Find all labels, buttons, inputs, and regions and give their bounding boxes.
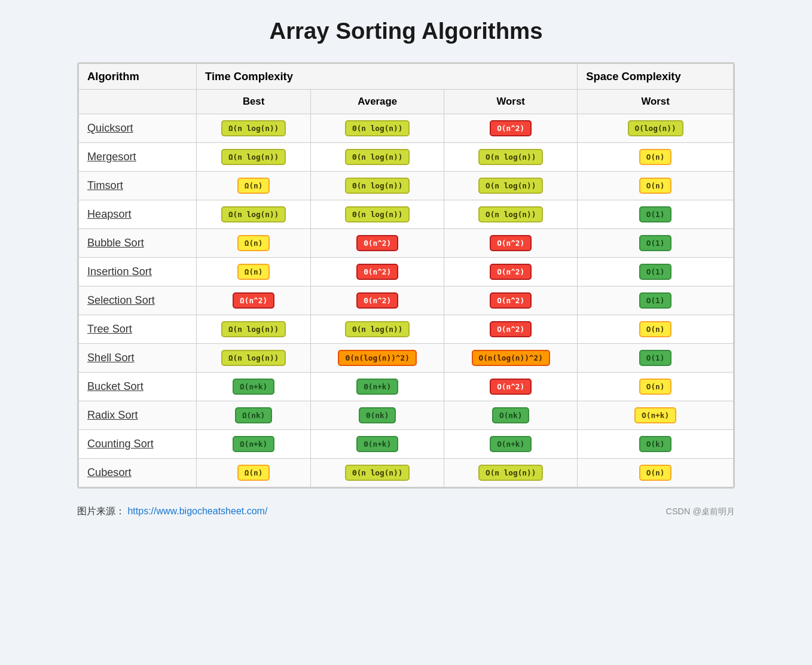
source-label: 图片来源： — [77, 506, 125, 516]
table-row: Selection SortΩ(n^2)Θ(n^2)O(n^2)O(1) — [79, 286, 734, 315]
algo-best-cell: Ω(n log(n)) — [197, 200, 311, 229]
algo-worst_time-cell: O(n^2) — [444, 315, 578, 344]
badge-worst_time: O(n log(n)) — [478, 206, 543, 222]
algo-worst_time-cell: O(n(log(n))^2) — [444, 344, 578, 373]
badge-worst_time: O(n log(n)) — [478, 149, 543, 165]
badge-average: Θ(n^2) — [356, 264, 398, 280]
algo-name[interactable]: Mergesort — [87, 151, 136, 163]
sorting-table: Algorithm Time Complexity Space Complexi… — [78, 63, 734, 487]
badge-average: Θ(n log(n)) — [345, 120, 410, 136]
algo-worst_space-cell: O(1) — [578, 229, 734, 258]
badge-average: Θ(n log(n)) — [345, 178, 410, 194]
badge-worst_space: O(n) — [639, 149, 672, 165]
algo-name[interactable]: Selection Sort — [87, 294, 155, 306]
badge-worst_space: O(n) — [639, 178, 672, 194]
algo-average-cell: Θ(n log(n)) — [311, 315, 444, 344]
algo-name[interactable]: Shell Sort — [87, 352, 135, 364]
source-info: 图片来源： https://www.bigocheatsheet.com/ — [77, 505, 267, 518]
badge-best: Ω(n log(n)) — [221, 350, 286, 366]
algo-name[interactable]: Counting Sort — [87, 438, 154, 450]
algo-best-cell: Ω(n log(n)) — [197, 143, 311, 172]
algo-name[interactable]: Heapsort — [87, 208, 132, 220]
col-header-algorithm: Algorithm — [79, 64, 197, 90]
badge-average: Θ(nk) — [359, 407, 396, 423]
badge-worst_space: O(n) — [639, 465, 672, 481]
algo-worst_time-cell: O(n log(n)) — [444, 172, 578, 200]
badge-worst_space: O(1) — [639, 206, 672, 222]
algo-worst_space-cell: O(1) — [578, 200, 734, 229]
algo-average-cell: Θ(n log(n)) — [311, 143, 444, 172]
algo-average-cell: Θ(nk) — [311, 401, 444, 430]
badge-worst_time: O(n log(n)) — [478, 465, 543, 481]
badge-best: Ω(nk) — [235, 407, 272, 423]
badge-average: Θ(n+k) — [356, 436, 398, 452]
table-row: Bubble SortΩ(n)Θ(n^2)O(n^2)O(1) — [79, 229, 734, 258]
table-row: Tree SortΩ(n log(n))Θ(n log(n))O(n^2)O(n… — [79, 315, 734, 344]
badge-worst_space: O(1) — [639, 264, 672, 280]
table-row: Shell SortΩ(n log(n))Θ(n(log(n))^2)O(n(l… — [79, 344, 734, 373]
badge-worst_time: O(nk) — [492, 407, 529, 423]
badge-average: Θ(n log(n)) — [345, 321, 410, 337]
algo-name[interactable]: Tree Sort — [87, 323, 132, 335]
badge-average: Θ(n^2) — [356, 235, 398, 251]
badge-worst_time: O(n^2) — [490, 379, 532, 395]
algo-average-cell: Θ(n log(n)) — [311, 459, 444, 487]
badge-best: Ω(n+k) — [233, 436, 274, 452]
algo-worst_time-cell: O(n^2) — [444, 229, 578, 258]
sorting-table-container: Algorithm Time Complexity Space Complexi… — [77, 62, 735, 489]
algo-best-cell: Ω(n log(n)) — [197, 114, 311, 143]
col-header-space: Space Complexity — [578, 64, 734, 90]
algo-best-cell: Ω(n log(n)) — [197, 344, 311, 373]
badge-best: Ω(n log(n)) — [221, 321, 286, 337]
page-title: Array Sorting Algorithms — [18, 18, 794, 44]
algo-name[interactable]: Insertion Sort — [87, 266, 152, 277]
csdn-credit: CSDN @桌前明月 — [666, 506, 735, 517]
table-row: CubesortΩ(n)Θ(n log(n))O(n log(n))O(n) — [79, 459, 734, 487]
algo-best-cell: Ω(n^2) — [197, 286, 311, 315]
algo-worst_time-cell: O(n^2) — [444, 258, 578, 286]
algo-best-cell: Ω(n+k) — [197, 430, 311, 459]
algo-average-cell: Θ(n^2) — [311, 286, 444, 315]
badge-best: Ω(n) — [237, 235, 270, 251]
badge-worst_space: O(n+k) — [634, 407, 676, 423]
algo-best-cell: Ω(n+k) — [197, 373, 311, 401]
badge-worst_time: O(n^2) — [490, 292, 532, 309]
badge-worst_space: O(n) — [639, 379, 672, 395]
algo-name[interactable]: Quicksort — [87, 122, 133, 134]
table-row: TimsortΩ(n)Θ(n log(n))O(n log(n))O(n) — [79, 172, 734, 200]
source-link[interactable]: https://www.bigocheatsheet.com/ — [127, 506, 267, 516]
algo-name-cell: Selection Sort — [79, 286, 197, 315]
algo-worst_time-cell: O(n^2) — [444, 373, 578, 401]
algo-worst_time-cell: O(n log(n)) — [444, 200, 578, 229]
algo-name[interactable]: Timsort — [87, 179, 123, 191]
badge-average: Θ(n^2) — [356, 292, 398, 309]
badge-worst_time: O(n^2) — [490, 120, 532, 136]
algo-name-cell: Quicksort — [79, 114, 197, 143]
algo-name[interactable]: Bucket Sort — [87, 380, 144, 392]
sub-header-algo — [79, 90, 197, 114]
algorithm-rows: QuicksortΩ(n log(n))Θ(n log(n))O(n^2)O(l… — [79, 114, 734, 487]
badge-worst_time: O(n^2) — [490, 264, 532, 280]
algo-average-cell: Θ(n log(n)) — [311, 114, 444, 143]
algo-average-cell: Θ(n+k) — [311, 373, 444, 401]
algo-name[interactable]: Cubesort — [87, 466, 132, 478]
badge-average: Θ(n log(n)) — [345, 149, 410, 165]
badge-best: Ω(n log(n)) — [221, 149, 286, 165]
badge-worst_space: O(n) — [639, 321, 672, 337]
badge-best: Ω(n) — [237, 264, 270, 280]
algo-worst_space-cell: O(log(n)) — [578, 114, 734, 143]
algo-name[interactable]: Radix Sort — [87, 409, 138, 421]
sub-header-average: Average — [311, 90, 444, 114]
badge-worst_time: O(n(log(n))^2) — [472, 350, 550, 366]
algo-name-cell: Counting Sort — [79, 430, 197, 459]
algo-name-cell: Radix Sort — [79, 401, 197, 430]
table-row: Counting SortΩ(n+k)Θ(n+k)O(n+k)O(k) — [79, 430, 734, 459]
algo-average-cell: Θ(n(log(n))^2) — [311, 344, 444, 373]
algo-name[interactable]: Bubble Sort — [87, 237, 144, 249]
algo-worst_time-cell: O(nk) — [444, 401, 578, 430]
algo-worst_time-cell: O(n log(n)) — [444, 459, 578, 487]
algo-average-cell: Θ(n^2) — [311, 229, 444, 258]
badge-worst_space: O(1) — [639, 292, 672, 309]
header-main-row: Algorithm Time Complexity Space Complexi… — [79, 64, 734, 90]
algo-best-cell: Ω(n log(n)) — [197, 315, 311, 344]
